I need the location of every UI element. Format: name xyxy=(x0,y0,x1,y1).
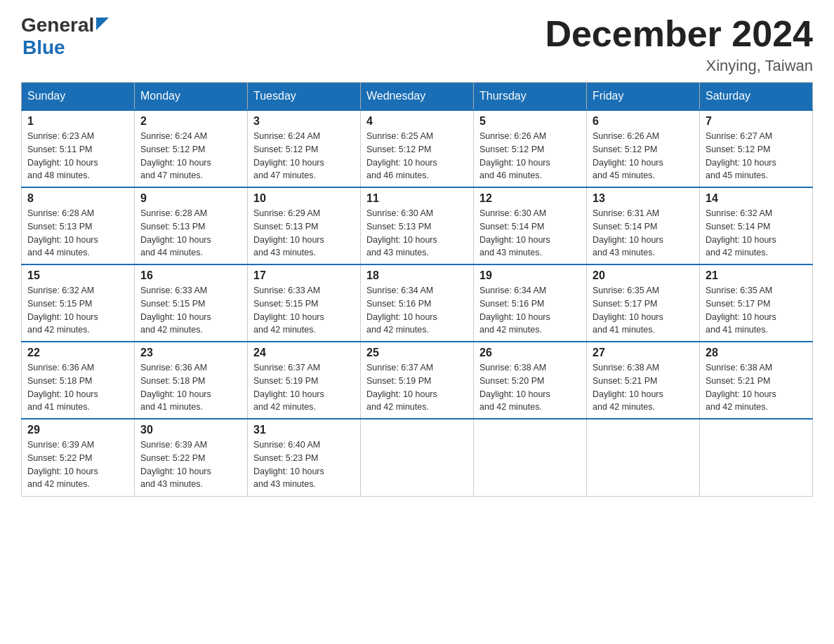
day-number: 14 xyxy=(706,192,807,205)
day-header-sunday: Sunday xyxy=(22,83,135,111)
calendar-day-cell: 15Sunrise: 6:32 AMSunset: 5:15 PMDayligh… xyxy=(22,264,135,342)
day-number: 29 xyxy=(27,424,128,436)
day-number: 3 xyxy=(253,115,355,128)
calendar-day-cell: 28Sunrise: 6:38 AMSunset: 5:21 PMDayligh… xyxy=(700,342,813,419)
day-info: Sunrise: 6:36 AMSunset: 5:18 PMDaylight:… xyxy=(27,361,128,414)
day-number: 5 xyxy=(479,115,581,128)
day-info: Sunrise: 6:35 AMSunset: 5:17 PMDaylight:… xyxy=(593,284,694,337)
day-number: 22 xyxy=(27,347,128,359)
title-section: December 2024 Xinying, Taiwan xyxy=(545,14,813,75)
day-info: Sunrise: 6:39 AMSunset: 5:22 PMDaylight:… xyxy=(27,438,128,491)
calendar-day-cell: 29Sunrise: 6:39 AMSunset: 5:22 PMDayligh… xyxy=(22,419,135,496)
calendar-day-cell: 20Sunrise: 6:35 AMSunset: 5:17 PMDayligh… xyxy=(587,264,700,342)
day-info: Sunrise: 6:34 AMSunset: 5:16 PMDaylight:… xyxy=(366,284,468,337)
day-number: 9 xyxy=(140,192,241,205)
day-info: Sunrise: 6:37 AMSunset: 5:19 PMDaylight:… xyxy=(366,361,468,414)
day-info: Sunrise: 6:25 AMSunset: 5:12 PMDaylight:… xyxy=(366,130,468,182)
day-number: 19 xyxy=(479,269,581,282)
day-info: Sunrise: 6:38 AMSunset: 5:21 PMDaylight:… xyxy=(593,361,694,414)
day-info: Sunrise: 6:38 AMSunset: 5:20 PMDaylight:… xyxy=(479,361,581,414)
calendar-day-cell: 14Sunrise: 6:32 AMSunset: 5:14 PMDayligh… xyxy=(700,187,813,264)
calendar-day-cell: 16Sunrise: 6:33 AMSunset: 5:15 PMDayligh… xyxy=(135,264,248,342)
day-info: Sunrise: 6:40 AMSunset: 5:23 PMDaylight:… xyxy=(253,438,355,491)
day-number: 13 xyxy=(593,192,694,205)
day-info: Sunrise: 6:30 AMSunset: 5:14 PMDaylight:… xyxy=(479,207,581,260)
day-info: Sunrise: 6:38 AMSunset: 5:21 PMDaylight:… xyxy=(706,361,807,414)
calendar-subtitle: Xinying, Taiwan xyxy=(545,57,813,75)
day-header-thursday: Thursday xyxy=(474,83,587,111)
calendar-day-cell: 1Sunrise: 6:23 AMSunset: 5:11 PMDaylight… xyxy=(22,110,135,187)
day-number: 15 xyxy=(27,269,128,282)
day-header-tuesday: Tuesday xyxy=(248,83,361,111)
calendar-day-cell: 26Sunrise: 6:38 AMSunset: 5:20 PMDayligh… xyxy=(474,342,587,419)
calendar-day-cell: 7Sunrise: 6:27 AMSunset: 5:12 PMDaylight… xyxy=(700,110,813,187)
day-info: Sunrise: 6:26 AMSunset: 5:12 PMDaylight:… xyxy=(479,130,581,182)
day-number: 4 xyxy=(366,115,468,128)
day-number: 7 xyxy=(706,115,807,128)
day-number: 10 xyxy=(253,192,355,205)
day-number: 26 xyxy=(479,347,581,359)
day-number: 28 xyxy=(706,347,807,359)
day-number: 20 xyxy=(593,269,694,282)
calendar-table: SundayMondayTuesdayWednesdayThursdayFrid… xyxy=(21,82,813,497)
calendar-day-cell: 27Sunrise: 6:38 AMSunset: 5:21 PMDayligh… xyxy=(587,342,700,419)
day-number: 25 xyxy=(366,347,468,359)
calendar-week-row: 15Sunrise: 6:32 AMSunset: 5:15 PMDayligh… xyxy=(22,264,813,342)
day-number: 8 xyxy=(27,192,128,205)
day-number: 23 xyxy=(140,347,241,359)
calendar-day-cell: 19Sunrise: 6:34 AMSunset: 5:16 PMDayligh… xyxy=(474,264,587,342)
day-header-monday: Monday xyxy=(135,83,248,111)
calendar-day-cell: 31Sunrise: 6:40 AMSunset: 5:23 PMDayligh… xyxy=(248,419,361,496)
day-info: Sunrise: 6:27 AMSunset: 5:12 PMDaylight:… xyxy=(706,130,807,182)
calendar-day-cell: 18Sunrise: 6:34 AMSunset: 5:16 PMDayligh… xyxy=(361,264,474,342)
day-number: 2 xyxy=(140,115,241,128)
day-number: 31 xyxy=(253,424,355,436)
day-info: Sunrise: 6:34 AMSunset: 5:16 PMDaylight:… xyxy=(479,284,581,337)
empty-cell xyxy=(587,419,700,496)
day-number: 21 xyxy=(706,269,807,282)
day-info: Sunrise: 6:39 AMSunset: 5:22 PMDaylight:… xyxy=(140,438,241,491)
day-number: 11 xyxy=(366,192,468,205)
logo-general-text: General xyxy=(21,14,94,36)
day-info: Sunrise: 6:24 AMSunset: 5:12 PMDaylight:… xyxy=(253,130,355,182)
day-info: Sunrise: 6:28 AMSunset: 5:13 PMDaylight:… xyxy=(27,207,128,260)
calendar-day-cell: 3Sunrise: 6:24 AMSunset: 5:12 PMDaylight… xyxy=(248,110,361,187)
page-header: General Blue December 2024 Xinying, Taiw… xyxy=(21,14,813,75)
calendar-week-row: 22Sunrise: 6:36 AMSunset: 5:18 PMDayligh… xyxy=(22,342,813,419)
calendar-day-cell: 12Sunrise: 6:30 AMSunset: 5:14 PMDayligh… xyxy=(474,187,587,264)
day-number: 12 xyxy=(479,192,581,205)
calendar-title: December 2024 xyxy=(545,14,813,54)
logo-triangle-icon xyxy=(96,18,109,30)
calendar-day-cell: 24Sunrise: 6:37 AMSunset: 5:19 PMDayligh… xyxy=(248,342,361,419)
calendar-day-cell: 23Sunrise: 6:36 AMSunset: 5:18 PMDayligh… xyxy=(135,342,248,419)
day-number: 6 xyxy=(593,115,694,128)
calendar-day-cell: 4Sunrise: 6:25 AMSunset: 5:12 PMDaylight… xyxy=(361,110,474,187)
day-info: Sunrise: 6:33 AMSunset: 5:15 PMDaylight:… xyxy=(140,284,241,337)
calendar-day-cell: 8Sunrise: 6:28 AMSunset: 5:13 PMDaylight… xyxy=(22,187,135,264)
day-info: Sunrise: 6:35 AMSunset: 5:17 PMDaylight:… xyxy=(706,284,807,337)
day-number: 27 xyxy=(593,347,694,359)
day-info: Sunrise: 6:23 AMSunset: 5:11 PMDaylight:… xyxy=(27,130,128,182)
day-info: Sunrise: 6:24 AMSunset: 5:12 PMDaylight:… xyxy=(140,130,241,182)
calendar-day-cell: 13Sunrise: 6:31 AMSunset: 5:14 PMDayligh… xyxy=(587,187,700,264)
day-header-saturday: Saturday xyxy=(700,83,813,111)
day-number: 1 xyxy=(27,115,128,128)
day-number: 24 xyxy=(253,347,355,359)
day-info: Sunrise: 6:30 AMSunset: 5:13 PMDaylight:… xyxy=(366,207,468,260)
calendar-day-cell: 17Sunrise: 6:33 AMSunset: 5:15 PMDayligh… xyxy=(248,264,361,342)
day-info: Sunrise: 6:26 AMSunset: 5:12 PMDaylight:… xyxy=(593,130,694,182)
calendar-day-cell: 30Sunrise: 6:39 AMSunset: 5:22 PMDayligh… xyxy=(135,419,248,496)
day-number: 17 xyxy=(253,269,355,282)
calendar-week-row: 1Sunrise: 6:23 AMSunset: 5:11 PMDaylight… xyxy=(22,110,813,187)
day-info: Sunrise: 6:32 AMSunset: 5:15 PMDaylight:… xyxy=(27,284,128,337)
day-info: Sunrise: 6:37 AMSunset: 5:19 PMDaylight:… xyxy=(253,361,355,414)
logo: General Blue xyxy=(21,14,109,59)
day-info: Sunrise: 6:33 AMSunset: 5:15 PMDaylight:… xyxy=(253,284,355,337)
calendar-week-row: 8Sunrise: 6:28 AMSunset: 5:13 PMDaylight… xyxy=(22,187,813,264)
day-info: Sunrise: 6:29 AMSunset: 5:13 PMDaylight:… xyxy=(253,207,355,260)
day-number: 18 xyxy=(366,269,468,282)
day-number: 30 xyxy=(140,424,241,436)
day-header-wednesday: Wednesday xyxy=(361,83,474,111)
calendar-day-cell: 10Sunrise: 6:29 AMSunset: 5:13 PMDayligh… xyxy=(248,187,361,264)
day-info: Sunrise: 6:31 AMSunset: 5:14 PMDaylight:… xyxy=(593,207,694,260)
